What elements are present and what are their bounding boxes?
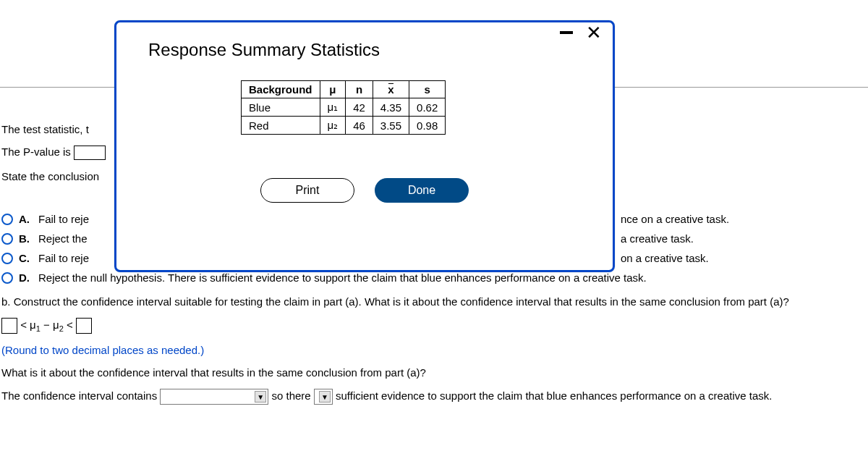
statistics-table: Background μ n x s Blue μ₁ 42 4.35 0.62 … — [241, 80, 446, 135]
option-c-text-right: on a creative task. — [621, 252, 709, 264]
option-d-label: D. — [19, 271, 30, 284]
cell-mu: μ₁ — [320, 98, 346, 117]
table-row: Red μ₂ 46 3.55 0.98 — [242, 117, 446, 135]
cell-n: 42 — [346, 98, 373, 117]
repeat-question: What is it about the confidence interval… — [0, 366, 868, 379]
col-s: s — [409, 81, 446, 98]
radio-a[interactable] — [1, 214, 13, 225]
option-d-row[interactable]: D. Reject the null hypothesis. There is … — [0, 271, 868, 284]
option-c-label: C. — [19, 252, 30, 264]
contains-dropdown[interactable]: ▼ — [160, 389, 268, 405]
minimize-icon[interactable] — [560, 31, 573, 34]
cell-bg: Blue — [242, 98, 320, 117]
ci-sub1: 1 — [36, 324, 41, 333]
table-row: Blue μ₁ 42 4.35 0.62 — [242, 98, 446, 117]
cell-xbar: 3.55 — [373, 117, 409, 135]
final-prefix: The confidence interval contains — [1, 389, 157, 402]
radio-d[interactable] — [1, 272, 13, 284]
cell-s: 0.98 — [409, 117, 446, 135]
ci-lt1: < μ — [20, 319, 36, 331]
is-isnot-dropdown[interactable]: ▼ — [314, 389, 333, 405]
modal-button-row: Print Done — [116, 178, 613, 203]
col-mu: μ — [320, 81, 346, 98]
ci-minus: − μ — [43, 319, 59, 331]
option-b-text-right: a creative task. — [621, 232, 694, 245]
ci-lt2: < — [67, 319, 73, 331]
table-header-row: Background μ n x s — [242, 81, 446, 98]
chevron-down-icon: ▼ — [255, 391, 266, 402]
summary-statistics-modal: Response Summary Statistics Background μ… — [114, 20, 615, 272]
ci-expression: < μ1 − μ2 < — [0, 318, 868, 334]
col-xbar: x — [373, 81, 409, 98]
part-b-prompt: b. Construct the confidence interval sui… — [0, 295, 868, 308]
final-sentence: The confidence interval contains ▼ so th… — [0, 389, 868, 405]
cell-mu: μ₂ — [320, 117, 346, 135]
col-n: n — [346, 81, 373, 98]
p-value-label: The P-value is — [1, 146, 71, 158]
p-value-input[interactable] — [74, 146, 106, 160]
radio-b[interactable] — [1, 233, 13, 245]
test-statistic-label: The test statistic, t — [1, 123, 89, 135]
col-background: Background — [242, 81, 320, 98]
ci-sub2: 2 — [59, 324, 64, 333]
final-mid: so there — [271, 389, 310, 402]
modal-title: Response Summary Statistics — [116, 22, 613, 67]
ci-upper-input[interactable] — [76, 318, 92, 334]
print-button[interactable]: Print — [260, 178, 354, 203]
option-d-text: Reject the null hypothesis. There is suf… — [38, 271, 647, 284]
option-b-text-left: Reject the — [38, 232, 88, 245]
round-note: (Round to two decimal places as needed.) — [0, 344, 868, 356]
final-suffix: sufficient evidence to support the claim… — [336, 389, 772, 402]
done-button[interactable]: Done — [375, 178, 469, 203]
ci-lower-input[interactable] — [1, 318, 17, 334]
chevron-down-icon: ▼ — [319, 391, 331, 402]
radio-c[interactable] — [1, 253, 13, 264]
modal-window-controls: ✕ — [560, 26, 602, 39]
cell-bg: Red — [242, 117, 320, 135]
option-b-label: B. — [19, 232, 30, 245]
option-a-label: A. — [19, 213, 30, 225]
close-icon[interactable]: ✕ — [586, 26, 602, 39]
option-a-text-left: Fail to reje — [38, 213, 89, 225]
option-a-text-right: nce on a creative task. — [621, 213, 729, 225]
cell-xbar: 4.35 — [373, 98, 409, 117]
cell-s: 0.62 — [409, 98, 446, 117]
option-c-text-left: Fail to reje — [38, 252, 89, 264]
cell-n: 46 — [346, 117, 373, 135]
